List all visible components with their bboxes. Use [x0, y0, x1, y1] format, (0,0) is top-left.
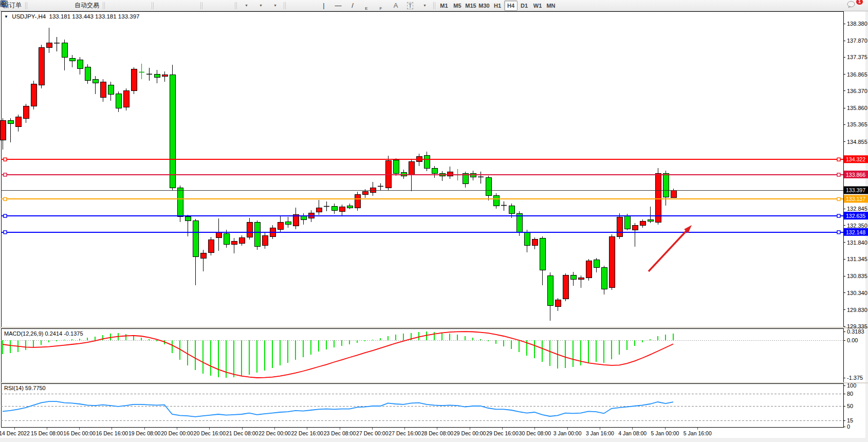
tf-h1-button[interactable]: H1: [491, 1, 504, 11]
svg-text:29 Dec 00:00: 29 Dec 00:00: [454, 430, 486, 436]
zoom-out-button[interactable]: [170, 0, 184, 11]
text-tool-button[interactable]: A: [389, 0, 403, 11]
svg-text:23 Dec 08:00: 23 Dec 08:00: [324, 430, 356, 436]
line-handle: [837, 173, 840, 176]
panels-layer: [0, 11, 868, 442]
macd-values: 0.2414 -0.1375: [45, 330, 83, 337]
vline-tool-button[interactable]: |: [317, 0, 331, 11]
toolbar: 新订单 自动交易: [0, 0, 868, 11]
chart-title-bar: ▼ USDJPY-,H4 133.181 133.443 133.181 133…: [4, 13, 139, 20]
svg-text:130.340: 130.340: [847, 290, 867, 296]
search-icon: [0, 0, 8, 8]
svg-text:50: 50: [847, 403, 853, 409]
tf-m5-button[interactable]: M5: [451, 1, 464, 11]
tf-w1-button[interactable]: W1: [531, 1, 544, 11]
symbol-title: USDJPY-,H4: [12, 13, 46, 20]
dropdown-caret: ▾: [423, 3, 426, 8]
vline-icon: |: [323, 2, 324, 9]
channel-tool-button[interactable]: E: [360, 0, 374, 11]
svg-text:3 Jan 16:00: 3 Jan 16:00: [586, 430, 614, 436]
arrows-tool-button[interactable]: ▾: [417, 0, 432, 11]
bar-chart-button[interactable]: [107, 0, 121, 11]
svg-text:20 Dec 16:00: 20 Dec 16:00: [194, 430, 226, 436]
tile-windows-button[interactable]: [184, 0, 199, 11]
channel-letter: E: [365, 6, 367, 11]
crosshair-tool-button[interactable]: [302, 0, 317, 11]
fibonacci-tool-button[interactable]: F: [374, 0, 389, 11]
svg-text:0: 0: [847, 423, 850, 430]
candle-chart-button[interactable]: [121, 0, 136, 11]
line-handle: [4, 158, 7, 161]
search-button[interactable]: [832, 0, 846, 11]
svg-text:134.855: 134.855: [847, 139, 867, 145]
line-handle: [837, 231, 840, 234]
auto-scroll-button[interactable]: [205, 0, 219, 11]
svg-text:22 Dec 16:00: 22 Dec 16:00: [291, 430, 323, 436]
line-handle: [4, 231, 7, 234]
line-handle: [837, 158, 840, 161]
svg-text:132.635: 132.635: [846, 213, 865, 219]
toolbar-grip: [152, 2, 154, 9]
chat-button[interactable]: 1: [846, 0, 861, 11]
auto-trading-button[interactable]: 自动交易: [72, 0, 101, 11]
line-chart-button[interactable]: [136, 0, 150, 11]
macd-name: MACD(12,26,9): [4, 330, 43, 337]
fibo-letter: F: [380, 6, 382, 11]
text-label-tool-button[interactable]: T: [403, 0, 417, 11]
tf-m30-button[interactable]: M30: [477, 1, 491, 11]
line-handle: [4, 173, 7, 176]
dropdown-caret: ▾: [274, 3, 276, 8]
collapse-triangle-icon[interactable]: ▼: [4, 14, 8, 19]
zoom-in-button[interactable]: [156, 0, 170, 11]
toolbar-grip: [200, 2, 203, 9]
indicators-button[interactable]: ▾: [239, 0, 253, 11]
signals-button[interactable]: [58, 0, 72, 11]
svg-text:132.350: 132.350: [847, 223, 867, 229]
chart-shift-button[interactable]: [219, 0, 233, 11]
chat-bubble-icon: [847, 1, 856, 8]
tf-d1-button[interactable]: D1: [518, 1, 531, 11]
line-handle: [4, 214, 7, 217]
svg-text:100: 100: [847, 382, 856, 389]
svg-text:138.380: 138.380: [847, 21, 867, 27]
svg-text:5 Jan 00:00: 5 Jan 00:00: [651, 430, 679, 436]
ohlc-readout: 133.181 133.443 133.181 133.397: [49, 13, 140, 20]
cursor-tool-button[interactable]: [288, 0, 302, 11]
svg-text:130.835: 130.835: [847, 273, 867, 279]
svg-text:137.870: 137.870: [847, 38, 867, 44]
svg-text:-1.375: -1.375: [847, 375, 863, 381]
dropdown-caret: ▾: [245, 3, 247, 8]
svg-text:15: 15: [847, 417, 853, 423]
templates-button[interactable]: ▾: [268, 0, 282, 11]
svg-text:0.3183: 0.3183: [847, 328, 864, 335]
tf-mn-button[interactable]: MN: [544, 1, 558, 11]
svg-text:135.365: 135.365: [847, 121, 867, 127]
svg-text:27 Dec 00:00: 27 Dec 00:00: [356, 430, 389, 436]
svg-text:80: 80: [847, 391, 853, 397]
line-handle: [837, 197, 840, 200]
svg-text:132.845: 132.845: [847, 206, 867, 212]
text-tool-icon: A: [394, 2, 398, 9]
svg-text:134.322: 134.322: [846, 156, 865, 162]
svg-text:16 Dec 16:00: 16 Dec 16:00: [96, 430, 128, 436]
chart-canvas[interactable]: 138.380137.870137.375136.865136.370135.8…: [0, 0, 868, 442]
svg-text:29 Dec 16:00: 29 Dec 16:00: [486, 430, 519, 436]
svg-text:4 Jan 08:00: 4 Jan 08:00: [618, 430, 647, 436]
trendline-tool-button[interactable]: /: [345, 0, 360, 11]
svg-text:30 Dec 08:00: 30 Dec 08:00: [519, 430, 551, 436]
svg-text:133.397: 133.397: [846, 187, 865, 193]
svg-text:136.865: 136.865: [847, 71, 867, 78]
tf-h4-button[interactable]: H4: [504, 1, 518, 11]
svg-text:135.860: 135.860: [847, 105, 867, 111]
toolbar-grip: [433, 2, 436, 9]
quotes-button[interactable]: [29, 0, 44, 11]
hline-tool-button[interactable]: —: [331, 0, 345, 11]
market-watch-button[interactable]: [44, 0, 58, 11]
periods-button[interactable]: ▾: [253, 0, 268, 11]
tf-m15-button[interactable]: M15: [464, 1, 477, 11]
hline-icon: —: [335, 2, 342, 9]
notification-badge: 1: [856, 0, 863, 5]
tf-m1-button[interactable]: M1: [437, 1, 451, 11]
toolbar-grip: [25, 2, 28, 9]
rsi-name: RSI(14): [4, 385, 24, 391]
